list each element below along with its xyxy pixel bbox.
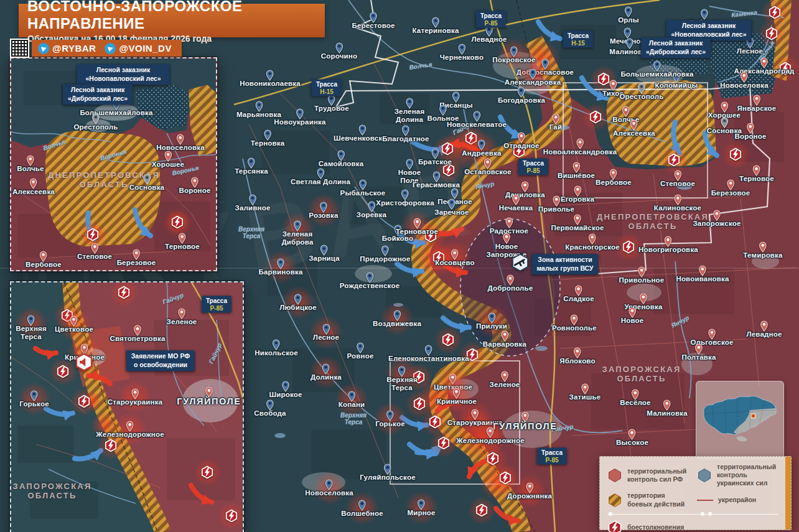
callout-label: Заявление МО РФ о освобождении — [126, 350, 195, 371]
clash-icon — [86, 228, 100, 241]
road-label: ТрассаН-15 — [312, 80, 342, 96]
inset-gulyaipole: Верхняя ТерсаЦветковоеСвятопетровкаЗелен… — [10, 281, 244, 532]
telegram-icon — [105, 43, 116, 54]
clash-icon — [475, 504, 488, 517]
legend-item-rf-control: территориальный контроль сил РФ — [607, 463, 688, 487]
qr-code — [10, 39, 29, 58]
legend-divider — [607, 514, 778, 515]
region-label: ЗАПОРОЖСКАЯ ОБЛАСТЬ — [13, 482, 92, 500]
road-label: ТрассаР-85 — [537, 448, 567, 465]
clash-icon — [466, 348, 479, 362]
clash-icon — [513, 145, 526, 158]
road-label: ТрассаР-85 — [202, 296, 231, 313]
clash-icon — [437, 437, 451, 450]
ua-control-icon — [697, 468, 712, 483]
clash-icon — [769, 6, 782, 19]
road-label: ТрассаР-85 — [518, 159, 548, 175]
combat-zone-icon — [607, 493, 622, 508]
callout-label: Зона активности малых групп ВСУ — [531, 254, 598, 274]
clash-icon — [413, 371, 426, 384]
legend-item-ua-control: территориальный контроль украинских сил — [697, 463, 778, 487]
ukraine-minimap-graphic — [696, 381, 783, 459]
clash-icon — [589, 111, 602, 124]
map-root: ©RYBAR БерестовоеКатериновкаСорочиноЛева… — [0, 0, 799, 532]
clash-icon — [201, 466, 214, 479]
legend-item-clashes: боестолкновения — [607, 520, 688, 532]
title-banner: ВОСТОЧНО-ЗАПОРОЖСКОЕ НАПРАВЛЕНИЕ Обстано… — [19, 4, 325, 37]
clash-icon — [765, 27, 778, 40]
clash-icon — [442, 334, 455, 347]
clash-icon — [668, 154, 681, 167]
telegram-bar: @RYBAR @VOIN_DV — [10, 39, 182, 58]
machinegun-icon — [511, 253, 530, 272]
road-label: ТрассаН-15 — [563, 31, 593, 48]
clash-icon — [429, 416, 442, 429]
clash-icon — [442, 164, 456, 177]
rf-control-icon — [607, 468, 622, 483]
river-label: Верхняя Терса — [238, 226, 264, 240]
clash-icon — [57, 365, 70, 378]
callout-label: Лесной заказник «Новопавловский лес» — [77, 64, 170, 85]
clash-icon — [424, 230, 437, 243]
callout-label: Лесной заказник «Дибровский лес» — [641, 37, 711, 58]
inset-gulyaipole-overlay: Верхняя ТерсаЦветковоеСвятопетровкаЗелен… — [11, 282, 243, 532]
channel-rybar: @RYBAR — [38, 43, 96, 54]
inset-dnipro-overlay: БольшемихайловкаОрестопольНовоселовкаХор… — [11, 58, 216, 270]
clash-icon — [225, 510, 238, 523]
loudspeaker-icon — [75, 353, 93, 371]
river-label: Верхняя Терса — [340, 412, 367, 426]
fortified-line-icon — [697, 500, 713, 501]
ukraine-minimap — [696, 381, 784, 459]
region-label: ДНЕПРОПЕТРОВСКАЯ ОБЛАСТЬ — [597, 212, 709, 231]
clash-icon — [78, 395, 91, 408]
clash-icon — [61, 309, 74, 322]
clash-icon — [105, 439, 118, 452]
clash-icon — [432, 251, 446, 264]
telegram-icon — [38, 43, 49, 54]
clash-icon — [441, 142, 454, 156]
legend-item-fortified-line: укрепрайон — [697, 492, 778, 508]
legend-item-combat-zone: территория боевых действий — [607, 492, 688, 508]
region-label: ЗАПОРОЖСКАЯ ОБЛАСТЬ — [602, 365, 681, 383]
clashes-icon — [607, 520, 622, 532]
inset-dnipro-border: БольшемихайловкаОрестопольНовоселовкаХор… — [10, 57, 217, 271]
clash-icon — [118, 286, 131, 299]
region-label: ДНЕПРОПЕТРОВСКАЯ ОБЛАСТЬ — [48, 170, 160, 189]
channel-voin-dv: @VOIN_DV — [105, 43, 171, 54]
clash-icon — [597, 73, 610, 86]
legend-accent-strip — [785, 457, 791, 530]
clash-icon — [779, 62, 792, 75]
clash-icon — [465, 132, 478, 145]
clash-icon — [622, 241, 635, 254]
legend: территориальный контроль сил РФ территор… — [599, 456, 792, 530]
attack-arrow-head — [456, 267, 467, 278]
clash-icon — [171, 216, 184, 229]
map-title: ВОСТОЧНО-ЗАПОРОЖСКОЕ НАПРАВЛЕНИЕ — [27, 0, 325, 32]
attack-arrow-head — [86, 370, 98, 381]
clash-icon — [499, 472, 512, 485]
callout-label: Лесной заказник «Дибровский лес» — [63, 84, 133, 105]
road-label: ТрассаР-85 — [476, 11, 506, 28]
clash-icon — [729, 148, 742, 161]
